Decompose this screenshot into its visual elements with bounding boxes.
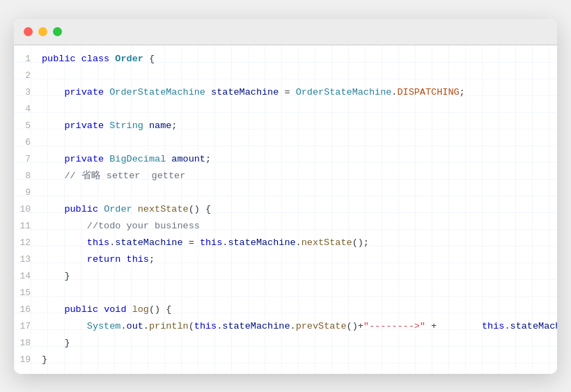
code-line-16: 16 public void log() {	[14, 301, 557, 318]
minimize-button[interactable]	[38, 27, 47, 36]
code-editor: 1 public class Order { 2 3 private Order…	[14, 45, 557, 374]
code-line-10: 10 public Order nextState() {	[14, 201, 557, 218]
code-line-6: 6	[14, 134, 557, 151]
maximize-button[interactable]	[53, 27, 62, 36]
code-line-13: 13 return this;	[14, 251, 557, 268]
code-line-15: 15	[14, 285, 557, 301]
code-line-7: 7 private BigDecimal amount;	[14, 151, 557, 168]
code-line-19: 19 }	[14, 352, 557, 368]
code-line-12: 12 this.stateMachine = this.stateMachine…	[14, 235, 557, 251]
code-line-17: 17 System.out.println(this.stateMachine.…	[14, 318, 557, 335]
code-line-4: 4	[14, 101, 557, 118]
code-line-11: 11 //todo your business	[14, 218, 557, 235]
code-line-8: 8 // 省略 setter getter	[14, 168, 557, 185]
close-button[interactable]	[24, 27, 33, 36]
code-line-14: 14 }	[14, 268, 557, 285]
code-line-18: 18 }	[14, 335, 557, 352]
code-line-9: 9	[14, 185, 557, 201]
code-line-2: 2	[14, 68, 557, 84]
code-line-5: 5 private String name;	[14, 118, 557, 134]
code-line-3: 3 private OrderStateMachine stateMachine…	[14, 84, 557, 101]
code-line-1: 1 public class Order {	[14, 51, 557, 68]
titlebar	[14, 19, 557, 45]
code-window: 1 public class Order { 2 3 private Order…	[14, 19, 557, 374]
